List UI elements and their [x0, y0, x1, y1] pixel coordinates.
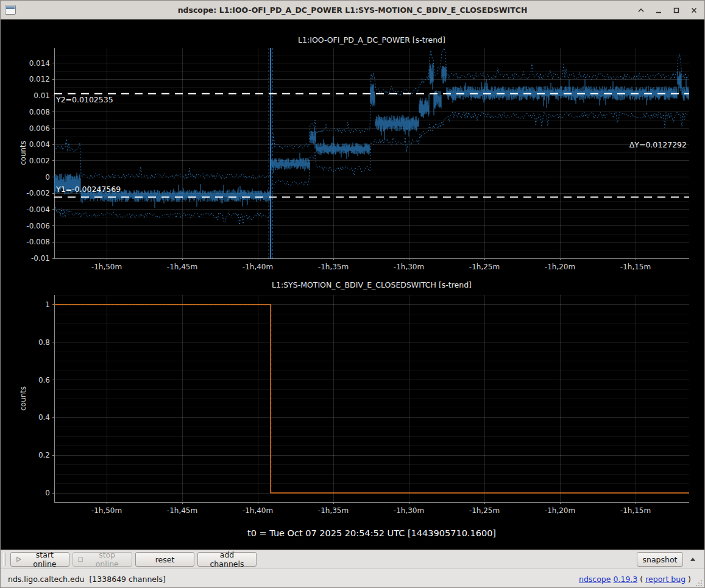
- y-tick-label: 0.4: [38, 413, 50, 422]
- toolbar-handle[interactable]: [3, 553, 6, 566]
- x-tick-label: -1h,20m: [545, 506, 575, 515]
- bug-suffix: ): [688, 575, 691, 584]
- close-button[interactable]: [690, 6, 698, 15]
- version-link[interactable]: 0.19.3: [614, 575, 638, 584]
- x-tick-label: -1h,40m: [243, 506, 273, 515]
- bottom-plot-title: L1:SYS-MOTION_C_BDIV_E_CLOSEDSWITCH [s-t…: [54, 280, 689, 289]
- gridlines: [54, 295, 689, 502]
- window-title: ndscope: L1:IOO-OFI_PD_A_DC_POWER L1:SYS…: [1, 1, 704, 19]
- y-tick-label: -0.004: [26, 205, 50, 214]
- gridlines: [54, 48, 689, 258]
- y-tick-label: 0.004: [29, 140, 50, 149]
- y-tick-label: -0.006: [26, 222, 50, 230]
- top-plot-ylabel: counts: [19, 141, 27, 165]
- y-tick-label: 0: [45, 173, 50, 182]
- y-tick-label: -0.002: [26, 189, 50, 197]
- y-tick-label: 0.002: [29, 157, 50, 165]
- x-tick-label: -1h,15m: [620, 263, 651, 271]
- x-tick-label: -1h,50m: [91, 506, 122, 515]
- bug-prefix: (: [640, 575, 643, 584]
- start-online-button[interactable]: start online: [10, 552, 69, 567]
- cursor-y1-label[interactable]: Y1=-0.00247569: [56, 185, 121, 194]
- x-tick-label: -1h,15m: [620, 506, 651, 515]
- statusbar: nds.ligo.caltech.edu [1338649 channels] …: [1, 569, 704, 588]
- ndscope-link[interactable]: ndscope: [579, 575, 611, 584]
- y-tick-label: 0.012: [29, 75, 50, 83]
- charts-canvas[interactable]: 0.0140.0120.010.0080.0060.0040.0020-0.00…: [1, 1, 705, 588]
- resize-grip[interactable]: [695, 579, 703, 587]
- titlebar[interactable]: ndscope: L1:IOO-OFI_PD_A_DC_POWER L1:SYS…: [1, 1, 704, 19]
- minimize-button[interactable]: [654, 6, 663, 15]
- add-channels-button[interactable]: add channels: [197, 552, 257, 567]
- triangle-up-icon: [690, 556, 696, 562]
- x-tick-label: -1h,30m: [394, 263, 424, 271]
- y-tick-label: -0.01: [31, 254, 50, 263]
- x-tick-label: -1h,40m: [243, 263, 273, 271]
- report-bug-link[interactable]: report bug: [645, 575, 686, 584]
- y-tick-label: 0.008: [29, 108, 50, 116]
- reset-label: reset: [155, 555, 175, 564]
- y-tick-label: -0.008: [26, 238, 50, 246]
- x-tick-label: -1h,30m: [394, 506, 424, 515]
- y-tick-label: 0: [45, 489, 50, 497]
- x-tick-label: -1h,25m: [469, 506, 500, 515]
- y-tick-label: 0.8: [38, 338, 50, 347]
- y-tick-label: 0.2: [38, 451, 50, 459]
- cursor-y2-label[interactable]: Y2=0.0102535: [56, 95, 113, 104]
- stop-online-label: stop online: [87, 550, 127, 569]
- t0-label: t0 = Tue Oct 07 2025 20:54:52 UTC [14439…: [54, 528, 689, 538]
- stop-icon: [78, 557, 83, 562]
- ndscope-window: 0.0140.0120.010.0080.0060.0040.0020-0.00…: [0, 0, 705, 588]
- x-tick-label: -1h,45m: [167, 506, 197, 515]
- x-tick-label: -1h,25m: [469, 263, 500, 271]
- snapshot-label: snapshot: [642, 555, 677, 564]
- x-tick-label: -1h,20m: [545, 263, 575, 271]
- x-tick-label: -1h,50m: [91, 263, 122, 271]
- reset-button[interactable]: reset: [135, 552, 194, 567]
- snapshot-button[interactable]: snapshot: [637, 552, 683, 567]
- stop-online-button[interactable]: stop online: [73, 552, 132, 567]
- server-status-text: nds.ligo.caltech.edu [1338649 channels]: [8, 575, 166, 584]
- x-tick-label: -1h,45m: [167, 263, 197, 271]
- top-plot-title: L1:IOO-OFI_PD_A_DC_POWER [s-trend]: [54, 35, 689, 44]
- y-tick-label: 0.6: [38, 376, 50, 384]
- bottom-plot-ylabel: counts: [19, 386, 27, 411]
- start-online-label: start online: [26, 550, 64, 569]
- add-channels-label: add channels: [203, 550, 251, 569]
- play-icon: [16, 556, 21, 562]
- y-tick-label: 0.006: [29, 124, 50, 133]
- cursor-delta-y-label: ΔY=0.0127292: [629, 140, 687, 149]
- y-tick-label: 0.01: [34, 91, 50, 100]
- y-tick-label: 0.014: [29, 59, 50, 68]
- shade-button[interactable]: [637, 6, 645, 15]
- x-tick-label: -1h,35m: [318, 263, 349, 271]
- toolbar: start online stop online reset add chann…: [1, 550, 704, 569]
- collapse-panel-button[interactable]: [686, 552, 700, 567]
- x-tick-label: -1h,35m: [318, 506, 349, 515]
- maximize-button[interactable]: [672, 6, 681, 15]
- y-tick-label: 1: [45, 300, 50, 309]
- y-cursors[interactable]: [54, 94, 689, 197]
